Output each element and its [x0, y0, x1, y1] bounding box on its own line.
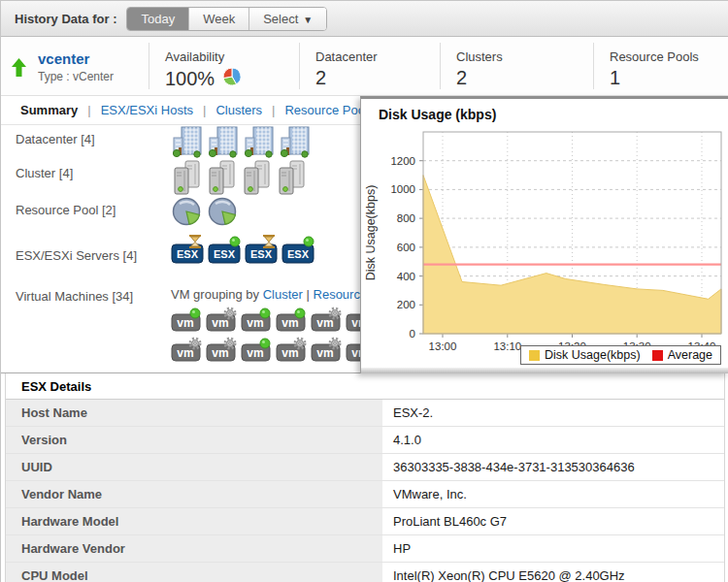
status-up-arrow-icon: [11, 58, 27, 81]
average-legend-label: Average: [668, 348, 712, 362]
disk-usage-legend-swatch: [529, 350, 540, 361]
esx-details-section: ESX Details Host NameESX-2.Version4.1.0U…: [1, 372, 728, 582]
esx-host-pending-icon[interactable]: ESX: [245, 235, 279, 266]
svg-text:1000: 1000: [390, 183, 415, 195]
detail-value: 36303335-3838-434e-3731-313530364636: [387, 454, 724, 480]
cluster-row-label: Cluster: [16, 166, 55, 180]
period-button-group: Today Week Select▼: [126, 7, 327, 31]
availability-label: Availability: [165, 49, 299, 64]
detail-label: CPU Model: [6, 563, 382, 582]
entity-identity: vcenter Type : vCenter: [1, 37, 149, 95]
vm-icons-row-2[interactable]: vm vm vm vm vm vm: [171, 337, 378, 364]
vm-up-icon[interactable]: vm: [241, 337, 273, 364]
cluster-server-icon[interactable]: [241, 160, 273, 197]
average-legend-swatch: [652, 350, 663, 361]
detail-label: Version: [6, 427, 382, 453]
chevron-down-icon: ▼: [303, 15, 313, 25]
svg-text:13:00: 13:00: [429, 340, 457, 352]
disk-usage-area-chart: 02004006008001000120013:0013:1013:2013:3…: [361, 124, 728, 353]
chart-panel-bottom-edge: [361, 368, 728, 373]
svg-text:vm: vm: [316, 316, 333, 330]
detail-value: ProLiant BL460c G7: [387, 508, 724, 534]
cluster-icons[interactable]: [171, 160, 308, 197]
vm-up-icon[interactable]: vm: [171, 307, 203, 334]
datacenter-label: Datacenter: [315, 49, 440, 64]
detail-value: ESX-2.: [387, 400, 724, 426]
history-data-bar: History Data for : Today Week Select▼: [1, 1, 728, 37]
svg-text:vm: vm: [212, 316, 228, 330]
datacenter-building-icon[interactable]: [171, 126, 204, 158]
esx-details-title: ESX Details: [6, 373, 724, 400]
entity-title-link[interactable]: vcenter: [38, 50, 89, 67]
vm-row-label: Virtual Machines: [16, 289, 109, 304]
vm-up-icon[interactable]: vm: [276, 307, 308, 334]
svg-text:vm: vm: [177, 316, 193, 330]
resource-pool-icon[interactable]: [171, 197, 204, 227]
chart-title: Disk Usage (kbps): [379, 107, 496, 122]
resource-pool-icon[interactable]: [207, 197, 240, 227]
esx-row-label: ESX/ESXi Servers: [16, 248, 119, 263]
detail-label: Host Name: [6, 400, 382, 426]
table-row: UUID36303335-3838-434e-3731-313530364636: [6, 454, 724, 481]
select-dropdown-button[interactable]: Select▼: [249, 8, 326, 30]
clusters-metric: Clusters 2: [440, 43, 593, 89]
history-data-label: History Data for :: [15, 12, 116, 26]
vm-suspended-icon[interactable]: vm: [276, 337, 308, 364]
resource-pools-label: Resource Pools: [610, 49, 728, 64]
today-button[interactable]: Today: [127, 8, 189, 30]
tab-esx-esxi-hosts[interactable]: ESX/ESXi Hosts: [101, 103, 193, 117]
svg-text:ESX: ESX: [287, 248, 310, 260]
svg-text:0: 0: [410, 328, 415, 340]
disk-usage-legend-label: Disk Usage(kbps): [545, 348, 641, 362]
datacenter-row-label: Datacenter: [16, 132, 78, 146]
datacenter-value: 2: [315, 67, 440, 89]
tab-summary[interactable]: Summary: [20, 103, 78, 117]
table-row: Hardware VendorHP: [6, 535, 724, 563]
entity-type: Type : vCenter: [38, 70, 114, 83]
vm-row-count: [34]: [113, 289, 134, 304]
svg-text:13:10: 13:10: [493, 340, 521, 352]
vm-grouping-separator: |: [307, 287, 310, 302]
dashboard-page: History Data for : Today Week Select▼ vc…: [0, 0, 728, 582]
cluster-server-icon[interactable]: [276, 160, 308, 197]
vm-grouping-cluster-link[interactable]: Cluster: [263, 287, 303, 302]
week-button[interactable]: Week: [189, 8, 249, 30]
clusters-value: 2: [456, 67, 593, 89]
table-row: Version4.1.0: [6, 427, 724, 454]
resource-pools-metric: Resource Pools 1: [593, 43, 728, 89]
esx-icons[interactable]: ESX ESX ESX ESX: [171, 235, 315, 266]
cluster-server-icon[interactable]: [171, 160, 203, 197]
availability-value: 100%: [165, 68, 215, 90]
datacenter-building-icon[interactable]: [243, 126, 276, 158]
cluster-server-icon[interactable]: [206, 160, 238, 197]
vm-suspended-icon[interactable]: vm: [311, 337, 343, 364]
tab-separator: |: [203, 103, 206, 117]
vm-icons-row-1[interactable]: vm vm vm vm vm vm: [171, 307, 378, 334]
resource-pool-icons[interactable]: [171, 197, 240, 227]
detail-label: Vendor Name: [6, 481, 382, 507]
datacenter-icons[interactable]: [171, 126, 312, 158]
svg-text:vm: vm: [212, 346, 228, 360]
tab-clusters[interactable]: Clusters: [215, 103, 262, 117]
detail-value: HP: [387, 535, 724, 562]
esx-host-up-icon[interactable]: ESX: [208, 235, 242, 266]
clusters-label: Clusters: [456, 49, 593, 64]
vm-suspended-icon[interactable]: vm: [206, 337, 238, 364]
cluster-row-count: [4]: [59, 166, 73, 180]
vm-up-icon[interactable]: vm: [241, 307, 273, 334]
svg-text:vm: vm: [247, 346, 263, 360]
vm-grouping-resource-link[interactable]: Resource: [314, 287, 368, 302]
datacenter-building-icon[interactable]: [207, 126, 240, 158]
svg-text:vm: vm: [247, 316, 263, 330]
svg-text:vm: vm: [281, 316, 298, 330]
svg-text:ESX: ESX: [177, 248, 199, 260]
table-row: Hardware ModelProLiant BL460c G7: [6, 508, 724, 535]
svg-text:ESX: ESX: [214, 248, 236, 260]
datacenter-building-icon[interactable]: [279, 126, 312, 158]
vm-suspended-icon[interactable]: vm: [206, 307, 238, 334]
vm-suspended-icon[interactable]: vm: [311, 307, 343, 334]
svg-text:600: 600: [397, 242, 415, 253]
esx-host-pending-icon[interactable]: ESX: [171, 235, 205, 266]
vm-suspended-icon[interactable]: vm: [171, 337, 203, 364]
esx-host-up-icon[interactable]: ESX: [281, 235, 315, 266]
